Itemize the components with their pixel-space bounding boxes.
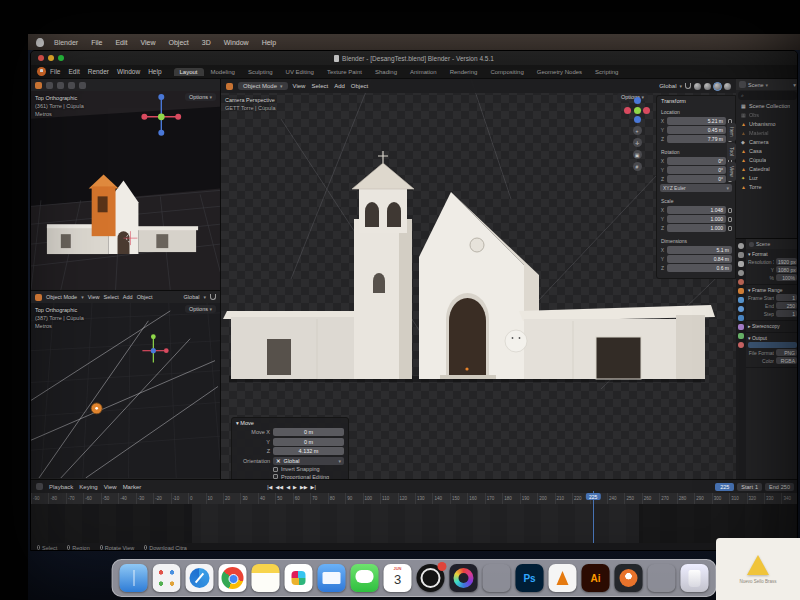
topbar-menu-item[interactable]: Window	[117, 68, 140, 75]
timeline-channels[interactable]	[31, 504, 798, 544]
outliner-item[interactable]: Cúpula	[736, 155, 798, 164]
outliner-item[interactable]: Material	[736, 128, 798, 137]
workspace-tab[interactable]: Geometry Nodes	[531, 68, 588, 76]
orientation-dropdown[interactable]: ✕Global▾	[273, 457, 344, 465]
orientation-dropdown[interactable]: Global	[184, 294, 200, 300]
menubar-item[interactable]: Help	[262, 39, 276, 46]
panel-title[interactable]: ▾ Frame Range	[748, 287, 797, 293]
solid-shading-icon[interactable]	[704, 83, 711, 90]
dock-vlc-icon[interactable]	[549, 564, 577, 592]
minimize-window-button[interactable]	[48, 55, 54, 61]
rendered-shading-icon[interactable]	[724, 83, 731, 90]
menubar-item[interactable]: 3D	[202, 39, 211, 46]
menubar-item[interactable]: File	[91, 39, 102, 46]
dock-record-app-icon[interactable]	[417, 564, 445, 592]
sidebar-tab[interactable]: View	[727, 162, 736, 181]
scale-value-field[interactable]: 1.048	[667, 206, 726, 214]
dock-finder-icon[interactable]	[120, 564, 148, 592]
viewport-top-orthographic[interactable]: Options ▾	[31, 79, 220, 291]
current-frame-field[interactable]: 225	[715, 483, 734, 491]
properties-tab-icon[interactable]	[738, 261, 744, 267]
apple-menu-icon[interactable]	[36, 38, 44, 47]
snap-magnet-icon[interactable]	[210, 294, 216, 300]
property-value-field[interactable]: 1080 px	[776, 266, 797, 273]
filter-icon[interactable]: ▾	[793, 82, 796, 88]
outliner-item[interactable]: Scene Collection	[736, 101, 798, 110]
jump-to-start-icon[interactable]: |◀	[267, 484, 272, 490]
operator-value-field[interactable]: 4.132 m	[273, 447, 344, 455]
property-value-field[interactable]: RGBA	[776, 357, 797, 364]
workspace-tab[interactable]: UV Editing	[280, 68, 320, 76]
viewport-menu-item[interactable]: Add	[123, 294, 133, 300]
sidebar-tab[interactable]: Tool	[727, 143, 736, 160]
location-value-field[interactable]: 7.79 m	[667, 135, 726, 143]
viewport-menu-item[interactable]: Select	[311, 83, 328, 89]
properties-tab-icon[interactable]	[738, 306, 744, 312]
property-value-field[interactable]: 1920 px	[776, 258, 797, 265]
sidebar-tab[interactable]: Item	[727, 123, 736, 141]
menubar-item[interactable]: Window	[224, 39, 249, 46]
pan-hand-icon[interactable]: ✛	[633, 138, 642, 147]
outliner-item[interactable]: Torre	[736, 182, 798, 191]
timeline-menu-item[interactable]: Keying	[79, 484, 97, 490]
properties-tab-icon[interactable]	[738, 252, 744, 258]
viewport-menu-item[interactable]: Object	[137, 294, 153, 300]
topbar-menu-item[interactable]: Help	[148, 68, 161, 75]
topbar-menu-item[interactable]: File	[50, 68, 60, 75]
jump-to-end-icon[interactable]: ▶|	[311, 484, 316, 490]
menubar-item[interactable]: Edit	[115, 39, 127, 46]
zoom-icon[interactable]: +	[633, 126, 642, 135]
mode-dropdown[interactable]: Object Mode▾	[238, 82, 288, 90]
desktop-notification-card[interactable]: Nuevo Sello Brass	[716, 538, 800, 600]
properties-tab-icon[interactable]	[738, 342, 744, 348]
viewport-menu-item[interactable]: View	[88, 294, 100, 300]
operator-value-field[interactable]: 0 m	[273, 428, 344, 436]
property-value-field[interactable]: 1	[776, 310, 797, 317]
mode-dropdown[interactable]: Object Mode	[46, 294, 77, 300]
viewport-menu-item[interactable]: Object	[351, 83, 368, 89]
options-dropdown[interactable]: Options ▾	[185, 305, 216, 313]
outliner-item[interactable]: Luz	[736, 173, 798, 182]
properties-tab-icon[interactable]	[738, 270, 744, 276]
snap-icon[interactable]	[57, 82, 64, 89]
snap-magnet-icon[interactable]	[685, 83, 691, 89]
overlay-icon[interactable]	[68, 82, 75, 89]
dock-blender-icon[interactable]	[615, 564, 643, 592]
outliner-item[interactable]: Urbanismo	[736, 119, 798, 128]
close-window-button[interactable]	[38, 55, 44, 61]
timeline-editor-icon[interactable]	[36, 483, 43, 490]
dock-safari-icon[interactable]	[186, 564, 214, 592]
property-value-field[interactable]: 100%	[776, 274, 797, 281]
dock-creative-cloud-icon[interactable]	[450, 564, 478, 592]
editor-type-icon[interactable]	[226, 83, 233, 90]
properties-tab-icon[interactable]	[738, 315, 744, 321]
transform-panel-title[interactable]: Transform	[657, 96, 735, 106]
operator-checkbox[interactable]: Proportional Editing	[273, 474, 344, 480]
property-value-field[interactable]: PNG	[776, 349, 797, 356]
menubar-item[interactable]: Object	[169, 39, 189, 46]
lock-icon[interactable]	[728, 226, 732, 231]
outliner-item[interactable]: Obs	[736, 110, 798, 119]
topbar-menu-item[interactable]: Edit	[68, 68, 79, 75]
property-value-field[interactable]: 1	[776, 294, 797, 301]
options-dropdown[interactable]: Options ▾	[185, 93, 216, 101]
dock-separator[interactable]	[648, 564, 676, 592]
dimensions-value-field[interactable]: 0.84 m	[667, 255, 732, 263]
property-value-field[interactable]: 250	[776, 302, 797, 309]
timeline-menu-item[interactable]: Marker	[123, 484, 142, 490]
properties-tab-icon[interactable]	[738, 333, 744, 339]
editor-type-icon[interactable]	[35, 82, 42, 89]
properties-tab-icon[interactable]	[738, 243, 744, 249]
dock-separator[interactable]	[483, 564, 511, 592]
menubar-item[interactable]: View	[140, 39, 155, 46]
location-value-field[interactable]: 0.45 m	[667, 126, 726, 134]
checkbox-icon[interactable]	[273, 467, 278, 472]
next-keyframe-icon[interactable]: ▶▶	[300, 484, 308, 490]
play-reverse-icon[interactable]: ◀	[286, 484, 290, 490]
panel-title[interactable]: ▾ Output	[748, 335, 797, 341]
workspace-tab[interactable]: Scripting	[589, 68, 624, 76]
lock-icon[interactable]	[728, 208, 732, 213]
operator-checkbox[interactable]: Invert Snapping	[273, 466, 344, 472]
lock-icon[interactable]	[728, 217, 732, 222]
dock-messages-icon[interactable]	[351, 564, 379, 592]
